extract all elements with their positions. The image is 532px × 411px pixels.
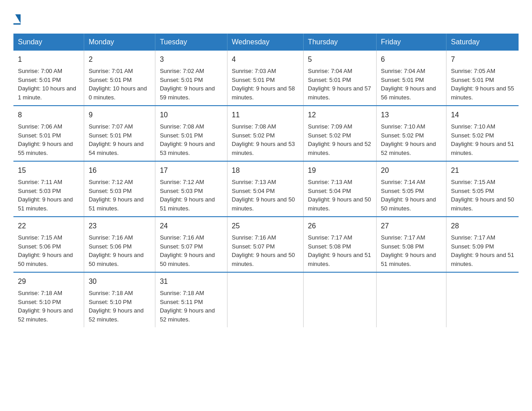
calendar-cell: 14Sunrise: 7:10 AMSunset: 5:02 PMDayligh… bbox=[446, 106, 519, 161]
day-info: Sunrise: 7:05 AMSunset: 5:01 PMDaylight:… bbox=[451, 67, 514, 102]
day-info: Sunrise: 7:16 AMSunset: 5:07 PMDaylight:… bbox=[232, 233, 299, 268]
calendar-cell: 22Sunrise: 7:15 AMSunset: 5:06 PMDayligh… bbox=[13, 217, 84, 272]
calendar-cell: 19Sunrise: 7:13 AMSunset: 5:04 PMDayligh… bbox=[303, 161, 376, 217]
calendar-cell: 10Sunrise: 7:08 AMSunset: 5:01 PMDayligh… bbox=[155, 106, 227, 161]
day-info: Sunrise: 7:09 AMSunset: 5:02 PMDaylight:… bbox=[308, 122, 372, 157]
day-number: 9 bbox=[89, 110, 150, 120]
calendar-cell: 6Sunrise: 7:04 AMSunset: 5:01 PMDaylight… bbox=[376, 51, 446, 106]
day-info: Sunrise: 7:04 AMSunset: 5:01 PMDaylight:… bbox=[381, 67, 442, 102]
page-header bbox=[13, 13, 519, 25]
day-number: 15 bbox=[18, 165, 79, 176]
day-info: Sunrise: 7:07 AMSunset: 5:01 PMDaylight:… bbox=[89, 122, 150, 157]
week-row-2: 8Sunrise: 7:06 AMSunset: 5:01 PMDaylight… bbox=[13, 106, 519, 161]
logo-divider bbox=[13, 23, 21, 25]
day-info: Sunrise: 7:13 AMSunset: 5:04 PMDaylight:… bbox=[232, 178, 299, 213]
day-number: 27 bbox=[381, 221, 442, 231]
day-number: 28 bbox=[451, 221, 514, 231]
calendar-cell bbox=[303, 272, 376, 327]
day-number: 3 bbox=[160, 54, 223, 65]
day-number: 11 bbox=[232, 110, 299, 120]
day-number: 29 bbox=[18, 276, 79, 287]
day-info: Sunrise: 7:15 AMSunset: 5:05 PMDaylight:… bbox=[451, 178, 514, 213]
day-number: 5 bbox=[308, 54, 372, 65]
day-info: Sunrise: 7:00 AMSunset: 5:01 PMDaylight:… bbox=[18, 67, 79, 102]
calendar-cell: 21Sunrise: 7:15 AMSunset: 5:05 PMDayligh… bbox=[446, 161, 519, 217]
calendar-cell: 17Sunrise: 7:12 AMSunset: 5:03 PMDayligh… bbox=[155, 161, 227, 217]
calendar-cell: 24Sunrise: 7:16 AMSunset: 5:07 PMDayligh… bbox=[155, 217, 227, 272]
header-thursday: Thursday bbox=[303, 34, 376, 51]
day-info: Sunrise: 7:17 AMSunset: 5:08 PMDaylight:… bbox=[381, 233, 442, 268]
day-info: Sunrise: 7:11 AMSunset: 5:03 PMDaylight:… bbox=[18, 178, 79, 213]
calendar-cell: 3Sunrise: 7:02 AMSunset: 5:01 PMDaylight… bbox=[155, 51, 227, 106]
calendar-cell: 29Sunrise: 7:18 AMSunset: 5:10 PMDayligh… bbox=[13, 272, 84, 327]
calendar-cell: 28Sunrise: 7:17 AMSunset: 5:09 PMDayligh… bbox=[446, 217, 519, 272]
week-row-4: 22Sunrise: 7:15 AMSunset: 5:06 PMDayligh… bbox=[13, 217, 519, 272]
day-number: 31 bbox=[160, 276, 223, 287]
header-tuesday: Tuesday bbox=[155, 34, 227, 51]
calendar-table: SundayMondayTuesdayWednesdayThursdayFrid… bbox=[13, 34, 519, 327]
day-number: 26 bbox=[308, 221, 372, 231]
calendar-cell: 18Sunrise: 7:13 AMSunset: 5:04 PMDayligh… bbox=[227, 161, 303, 217]
day-number: 4 bbox=[232, 54, 299, 65]
day-info: Sunrise: 7:15 AMSunset: 5:06 PMDaylight:… bbox=[18, 233, 79, 268]
week-row-3: 15Sunrise: 7:11 AMSunset: 5:03 PMDayligh… bbox=[13, 161, 519, 217]
calendar-cell: 27Sunrise: 7:17 AMSunset: 5:08 PMDayligh… bbox=[376, 217, 446, 272]
calendar-cell: 11Sunrise: 7:08 AMSunset: 5:02 PMDayligh… bbox=[227, 106, 303, 161]
day-info: Sunrise: 7:10 AMSunset: 5:02 PMDaylight:… bbox=[451, 122, 514, 157]
calendar-cell: 12Sunrise: 7:09 AMSunset: 5:02 PMDayligh… bbox=[303, 106, 376, 161]
week-row-1: 1Sunrise: 7:00 AMSunset: 5:01 PMDaylight… bbox=[13, 51, 519, 106]
day-number: 13 bbox=[381, 110, 442, 120]
day-number: 23 bbox=[89, 221, 150, 231]
calendar-cell: 16Sunrise: 7:12 AMSunset: 5:03 PMDayligh… bbox=[84, 161, 155, 217]
calendar-cell: 1Sunrise: 7:00 AMSunset: 5:01 PMDaylight… bbox=[13, 51, 84, 106]
day-info: Sunrise: 7:03 AMSunset: 5:01 PMDaylight:… bbox=[232, 67, 299, 102]
header-saturday: Saturday bbox=[446, 34, 519, 51]
calendar-cell: 13Sunrise: 7:10 AMSunset: 5:02 PMDayligh… bbox=[376, 106, 446, 161]
week-row-5: 29Sunrise: 7:18 AMSunset: 5:10 PMDayligh… bbox=[13, 272, 519, 327]
day-info: Sunrise: 7:16 AMSunset: 5:06 PMDaylight:… bbox=[89, 233, 150, 268]
calendar-cell: 8Sunrise: 7:06 AMSunset: 5:01 PMDaylight… bbox=[13, 106, 84, 161]
day-info: Sunrise: 7:12 AMSunset: 5:03 PMDaylight:… bbox=[160, 178, 223, 213]
header-sunday: Sunday bbox=[13, 34, 84, 51]
calendar-cell: 7Sunrise: 7:05 AMSunset: 5:01 PMDaylight… bbox=[446, 51, 519, 106]
day-number: 19 bbox=[308, 165, 372, 176]
day-info: Sunrise: 7:12 AMSunset: 5:03 PMDaylight:… bbox=[89, 178, 150, 213]
day-info: Sunrise: 7:13 AMSunset: 5:04 PMDaylight:… bbox=[308, 178, 372, 213]
day-number: 24 bbox=[160, 221, 223, 231]
calendar-cell: 4Sunrise: 7:03 AMSunset: 5:01 PMDaylight… bbox=[227, 51, 303, 106]
day-info: Sunrise: 7:14 AMSunset: 5:05 PMDaylight:… bbox=[381, 178, 442, 213]
day-info: Sunrise: 7:18 AMSunset: 5:11 PMDaylight:… bbox=[160, 289, 223, 324]
day-number: 21 bbox=[451, 165, 514, 176]
day-info: Sunrise: 7:16 AMSunset: 5:07 PMDaylight:… bbox=[160, 233, 223, 268]
calendar-cell: 5Sunrise: 7:04 AMSunset: 5:01 PMDaylight… bbox=[303, 51, 376, 106]
day-number: 18 bbox=[232, 165, 299, 176]
day-number: 14 bbox=[451, 110, 514, 120]
header-wednesday: Wednesday bbox=[227, 34, 303, 51]
day-info: Sunrise: 7:06 AMSunset: 5:01 PMDaylight:… bbox=[18, 122, 79, 157]
day-number: 30 bbox=[89, 276, 150, 287]
day-number: 7 bbox=[451, 54, 514, 65]
calendar-cell: 15Sunrise: 7:11 AMSunset: 5:03 PMDayligh… bbox=[13, 161, 84, 217]
day-info: Sunrise: 7:08 AMSunset: 5:01 PMDaylight:… bbox=[160, 122, 223, 157]
logo bbox=[13, 13, 21, 25]
day-number: 20 bbox=[381, 165, 442, 176]
day-number: 16 bbox=[89, 165, 150, 176]
calendar-cell bbox=[446, 272, 519, 327]
header-friday: Friday bbox=[376, 34, 446, 51]
header-monday: Monday bbox=[84, 34, 155, 51]
day-number: 6 bbox=[381, 54, 442, 65]
day-number: 2 bbox=[89, 54, 150, 65]
calendar-cell bbox=[376, 272, 446, 327]
day-info: Sunrise: 7:02 AMSunset: 5:01 PMDaylight:… bbox=[160, 67, 223, 102]
calendar-cell: 30Sunrise: 7:18 AMSunset: 5:10 PMDayligh… bbox=[84, 272, 155, 327]
day-number: 17 bbox=[160, 165, 223, 176]
day-info: Sunrise: 7:10 AMSunset: 5:02 PMDaylight:… bbox=[381, 122, 442, 157]
calendar-header-row: SundayMondayTuesdayWednesdayThursdayFrid… bbox=[13, 34, 519, 51]
calendar-cell: 25Sunrise: 7:16 AMSunset: 5:07 PMDayligh… bbox=[227, 217, 303, 272]
day-number: 1 bbox=[18, 54, 79, 65]
calendar-cell: 9Sunrise: 7:07 AMSunset: 5:01 PMDaylight… bbox=[84, 106, 155, 161]
day-info: Sunrise: 7:17 AMSunset: 5:08 PMDaylight:… bbox=[308, 233, 372, 268]
calendar-cell: 20Sunrise: 7:14 AMSunset: 5:05 PMDayligh… bbox=[376, 161, 446, 217]
day-number: 22 bbox=[18, 221, 79, 231]
day-info: Sunrise: 7:18 AMSunset: 5:10 PMDaylight:… bbox=[89, 289, 150, 324]
